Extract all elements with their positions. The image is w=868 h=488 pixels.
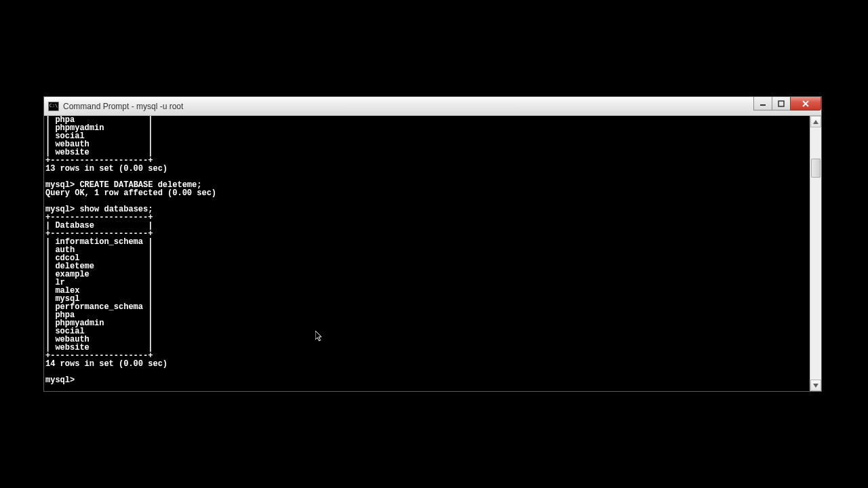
svg-rect-1 bbox=[778, 101, 784, 106]
scroll-thumb[interactable] bbox=[811, 159, 821, 178]
scroll-track[interactable] bbox=[810, 127, 821, 380]
terminal-area: | phpa | | phpmyadmin | | social | | web… bbox=[44, 116, 821, 391]
scroll-down-button[interactable] bbox=[810, 380, 821, 391]
window-title: Command Prompt - mysql -u root bbox=[63, 102, 183, 111]
output-line: Query OK, 1 row affected (0.00 sec) bbox=[45, 188, 216, 198]
vertical-scrollbar[interactable] bbox=[810, 116, 821, 391]
window-controls bbox=[754, 97, 821, 110]
close-button[interactable] bbox=[790, 97, 821, 110]
terminal-output[interactable]: | phpa | | phpmyadmin | | social | | web… bbox=[44, 116, 810, 391]
prompt: mysql> bbox=[45, 375, 79, 385]
cmd-icon: C:\ bbox=[48, 102, 59, 111]
minimize-button[interactable] bbox=[753, 97, 772, 110]
maximize-button[interactable] bbox=[772, 97, 791, 110]
scroll-up-button[interactable] bbox=[810, 116, 821, 127]
command-prompt-window: C:\ Command Prompt - mysql -u root | php… bbox=[43, 96, 822, 392]
output-line: 13 rows in set (0.00 sec) bbox=[45, 164, 167, 174]
titlebar[interactable]: C:\ Command Prompt - mysql -u root bbox=[44, 97, 821, 116]
output-line: 14 rows in set (0.00 sec) bbox=[45, 359, 167, 369]
svg-rect-0 bbox=[760, 104, 766, 106]
